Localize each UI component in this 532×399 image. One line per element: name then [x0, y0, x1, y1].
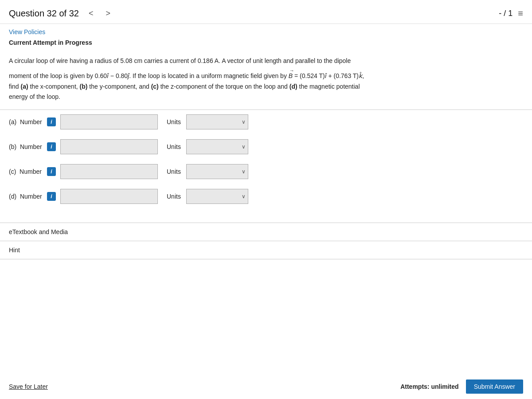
- answer-row-d: (d) Number i Units N·m J: [9, 189, 523, 204]
- part-d-units-wrapper: N·m J: [184, 189, 248, 204]
- part-b-label: (b) Number: [9, 143, 44, 150]
- attempts-text: Attempts: unlimited: [400, 383, 458, 390]
- part-c-units-label: Units: [167, 168, 181, 175]
- footer: Save for Later Attempts: unlimited Submi…: [0, 374, 532, 399]
- part-d-info-icon[interactable]: i: [47, 192, 56, 201]
- answers-section: (a) Number i Units N·m J (b) Number i Un…: [0, 110, 532, 223]
- part-b-units-label: Units: [167, 143, 181, 150]
- part-c-info-icon[interactable]: i: [47, 167, 56, 176]
- current-attempt-label: Current Attempt in Progress: [9, 39, 523, 46]
- problem-text: A circular loop of wire having a radius …: [9, 56, 523, 102]
- header-right: - / 1 ≡: [499, 8, 523, 19]
- answer-row-c: (c) Number i Units N·m J: [9, 164, 523, 179]
- view-policies-link[interactable]: View Policies: [9, 28, 45, 35]
- part-d-label: (d) Number: [9, 193, 44, 200]
- answer-row-a: (a) Number i Units N·m J: [9, 114, 523, 129]
- problem-area: A circular loop of wire having a radius …: [0, 49, 532, 110]
- part-c-label: (c) Number: [9, 168, 44, 175]
- prev-arrow-button[interactable]: <: [86, 8, 96, 19]
- problem-line1: A circular loop of wire having a radius …: [9, 57, 351, 64]
- header-left: Question 32 of 32 < >: [9, 8, 113, 19]
- menu-icon[interactable]: ≡: [518, 8, 523, 19]
- part-d-number-input[interactable]: [60, 189, 158, 204]
- part-a-units-wrapper: N·m J: [184, 114, 248, 129]
- part-c-units-wrapper: N·m J: [184, 164, 248, 179]
- part-a-units-select[interactable]: N·m J: [186, 114, 248, 129]
- header: Question 32 of 32 < > - / 1 ≡: [0, 0, 532, 24]
- problem-line4: energy of the loop.: [9, 93, 60, 100]
- next-arrow-button[interactable]: >: [103, 8, 113, 19]
- problem-line2: moment of the loop is given by 0.60î − 0…: [9, 72, 364, 79]
- part-b-info-icon[interactable]: i: [47, 142, 56, 151]
- part-a-number-input[interactable]: [60, 114, 158, 129]
- submit-answer-button[interactable]: Submit Answer: [466, 379, 523, 394]
- part-a-info-icon[interactable]: i: [47, 117, 56, 126]
- footer-right: Attempts: unlimited Submit Answer: [400, 379, 523, 394]
- score-label: - / 1: [499, 9, 512, 18]
- hint-label: Hint: [9, 246, 20, 254]
- part-d-units-label: Units: [167, 193, 181, 200]
- question-title: Question 32 of 32: [9, 8, 79, 19]
- part-a-units-label: Units: [167, 118, 181, 125]
- part-c-number-input[interactable]: [60, 164, 158, 179]
- part-a-label: (a) Number: [9, 118, 44, 125]
- etextbook-label: eTextbook and Media: [9, 228, 68, 235]
- part-d-units-select[interactable]: N·m J: [186, 189, 248, 204]
- part-b-number-input[interactable]: [60, 139, 158, 154]
- save-for-later-button[interactable]: Save for Later: [9, 383, 48, 390]
- sub-header: View Policies Current Attempt in Progres…: [0, 24, 532, 49]
- answer-row-b: (b) Number i Units N·m J: [9, 139, 523, 154]
- problem-line3: find (a) the x-component, (b) the y-comp…: [9, 83, 360, 90]
- etextbook-section[interactable]: eTextbook and Media: [0, 223, 532, 241]
- hint-section[interactable]: Hint: [0, 241, 532, 259]
- part-c-units-select[interactable]: N·m J: [186, 164, 248, 179]
- part-b-units-wrapper: N·m J: [184, 139, 248, 154]
- part-b-units-select[interactable]: N·m J: [186, 139, 248, 154]
